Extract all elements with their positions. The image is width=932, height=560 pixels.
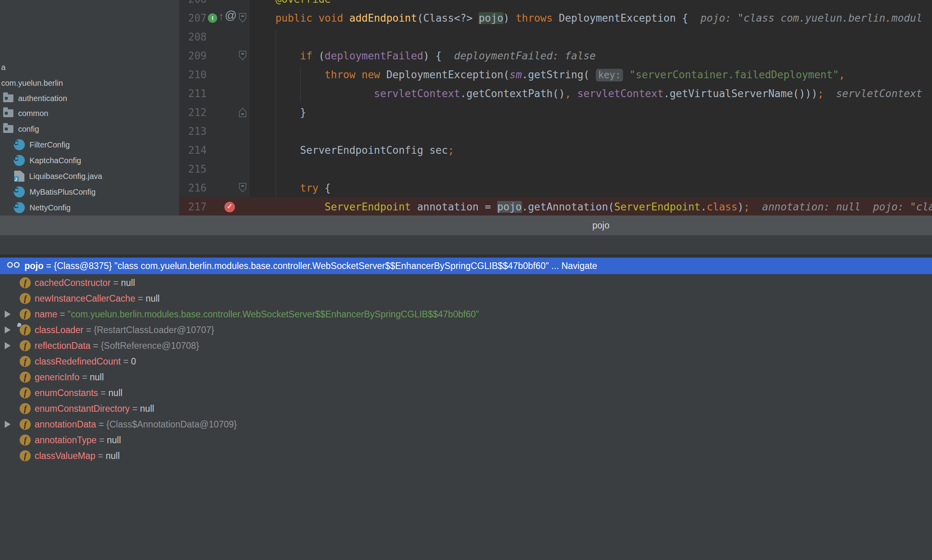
code-token: .getContextPath() [460, 88, 565, 99]
field-icon: f [20, 450, 31, 461]
line-number-209[interactable]: 209 [179, 46, 207, 65]
fold-marker[interactable] [239, 51, 247, 61]
code-line-214[interactable]: ServerEndpointConfig sec; [251, 141, 454, 160]
variable-value: null [108, 388, 122, 398]
code-token [251, 12, 276, 24]
code-token: .getAnnotation( [522, 201, 614, 213]
code-token [251, 88, 374, 99]
variable-value: {Class$AnnotationData@10709} [106, 419, 237, 429]
code-token: .getString( [522, 69, 596, 81]
equals-sign: = [83, 325, 94, 335]
inline-debugger-hint: pojo: "class [873, 201, 932, 213]
line-number-213[interactable]: 213 [179, 122, 207, 141]
tree-item-com-yuelun-berlin[interactable]: com.yuelun.berlin [1, 75, 63, 91]
tree-item-label: LiquibaseConfig.java [29, 172, 102, 181]
code-line-211[interactable]: servletContext.getContextPath(), servlet… [251, 84, 922, 103]
code-token [343, 12, 350, 24]
equals-sign: = [96, 419, 106, 429]
tree-item-kaptchaconfig[interactable]: CKaptchaConfig [14, 153, 81, 168]
code-line-217[interactable]: ServerEndpoint annotation = pojo.getAnno… [251, 197, 932, 216]
variable-row-enumConstants[interactable]: fenumConstants = null [0, 385, 932, 401]
code-line-209[interactable]: if (deploymentFailed) { deploymentFailed… [251, 46, 596, 65]
variable-row-classRedefinedCount[interactable]: fclassRedefinedCount = 0 [0, 354, 932, 369]
line-number-216[interactable]: 216 [179, 179, 207, 197]
code-editor[interactable]: 206 @Override207 public void addEndpoint… [179, 0, 932, 216]
code-token: sm [509, 69, 521, 81]
code-line-206[interactable]: @Override [251, 0, 331, 9]
line-number-210[interactable]: 210 [179, 65, 207, 84]
variable-row-annotationData[interactable]: fannotationData = {Class$AnnotationData@… [0, 416, 932, 432]
variable-name: annotationData = {Class$AnnotationData@1… [35, 416, 237, 432]
code-token: throws [516, 12, 553, 24]
code-token [688, 12, 700, 24]
code-token [251, 69, 325, 81]
code-token [251, 182, 300, 194]
variable-row-classLoader[interactable]: fclassLoader = {RestartClassLoader@10707… [0, 322, 932, 338]
code-token: ) { [423, 50, 442, 62]
equals-sign: = [95, 451, 105, 461]
variable-value: "com.yuelun.berlin.modules.base.controll… [68, 309, 479, 319]
variable-name: reflectionData = {SoftReference@10708} [35, 338, 199, 354]
line-number-207[interactable]: 207 [179, 9, 207, 28]
watch-row-selected[interactable]: pojo = {Class@8375} "class com.yuelun.be… [0, 258, 932, 274]
variable-row-newInstanceCallerCache[interactable]: fnewInstanceCallerCache = null [0, 291, 932, 306]
tree-item-authentication[interactable]: authentication [3, 90, 67, 106]
tree-item-config[interactable]: config [3, 121, 39, 137]
navigate-link[interactable]: Navigate [561, 261, 597, 271]
code-token: ( [313, 50, 325, 62]
folder-icon [3, 94, 13, 102]
line-number-217[interactable]: 217 [179, 197, 207, 216]
code-token: DeploymentException { [553, 12, 688, 24]
variable-row-genericInfo[interactable]: fgenericInfo = null [0, 369, 932, 385]
inline-debugger-hint: pojo: "class com.yuelun.berlin.modul [701, 12, 923, 24]
field-icon: f [20, 435, 31, 446]
line-number-206[interactable]: 206 [179, 0, 207, 9]
variable-row-annotationType[interactable]: fannotationType = null [0, 432, 932, 448]
fold-marker[interactable] [239, 183, 247, 193]
fold-marker[interactable] [239, 107, 247, 117]
line-number-211[interactable]: 211 [179, 84, 207, 103]
tree-item-liquibaseconfig-java[interactable]: JLiquibaseConfig.java [14, 168, 102, 184]
variable-value: {SoftReference@10708} [101, 341, 199, 351]
tree-item-label: MyBatisPlusConfig [30, 188, 96, 197]
code-line-212[interactable]: } [251, 103, 306, 122]
tree-item-common[interactable]: common [3, 105, 48, 121]
tree-item-nettyconfig[interactable]: CNettyConfig [14, 200, 71, 216]
tree-item-a[interactable]: a [1, 59, 6, 75]
tree-item-mybatisplusconfig[interactable]: CMyBatisPlusConfig [14, 184, 96, 200]
expand-arrow-icon[interactable] [5, 421, 11, 428]
line-number-208[interactable]: 208 [179, 28, 207, 46]
variable-row-name[interactable]: fname = "com.yuelun.berlin.modules.base.… [0, 306, 932, 322]
variable-row-reflectionData[interactable]: freflectionData = {SoftReference@10708} [0, 338, 932, 354]
field-icon: f [20, 277, 31, 288]
code-token: public [276, 12, 313, 24]
expand-arrow-icon[interactable] [5, 326, 11, 333]
line-number-215[interactable]: 215 [179, 160, 207, 179]
variable-row-classValueMap[interactable]: fclassValueMap = null [0, 448, 932, 464]
field-icon: f [20, 293, 31, 304]
breakpoint-icon[interactable] [224, 202, 235, 212]
watch-row-text: pojo = {Class@8375} "class com.yuelun.be… [24, 258, 597, 274]
code-line-216[interactable]: try { [251, 179, 331, 197]
fold-marker[interactable] [239, 13, 247, 23]
code-token [571, 88, 577, 99]
variable-row-cachedConstructor[interactable]: fcachedConstructor = null [0, 275, 932, 291]
line-number-214[interactable]: 214 [179, 141, 207, 160]
code-token [750, 201, 762, 213]
override-gutter-icon[interactable]: I [208, 13, 217, 23]
expand-arrow-icon[interactable] [5, 311, 11, 318]
class-icon: C [14, 155, 25, 166]
variable-row-enumConstantDirectory[interactable]: fenumConstantDirectory = null [0, 401, 932, 416]
code-token: "serverContainer.failedDeployment" [629, 69, 839, 81]
field-icon: f [20, 340, 31, 351]
code-token: class [706, 201, 737, 213]
expand-arrow-icon[interactable] [5, 342, 11, 349]
line-number-212[interactable]: 212 [179, 103, 207, 122]
code-token: , [565, 88, 571, 99]
code-line-207[interactable]: public void addEndpoint(Class<?> pojo) t… [251, 9, 922, 28]
code-line-210[interactable]: throw new DeploymentException(sm.getStri… [251, 65, 845, 84]
java-file-icon: J [14, 171, 24, 182]
navigate-up-gutter-icon[interactable]: ↑ [218, 10, 224, 23]
project-tree-pane: acom.yuelun.berlinauthenticationcommonco… [0, 0, 179, 216]
tree-item-filterconfig[interactable]: CFilterConfig [14, 137, 70, 153]
